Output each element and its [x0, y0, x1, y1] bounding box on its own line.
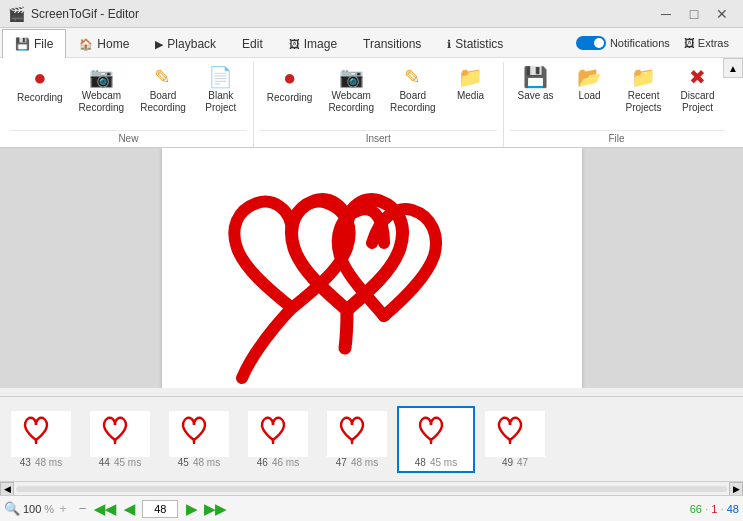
webcam-recording-button[interactable]: 📷 WebcamRecording — [72, 62, 132, 119]
insert-webcam-icon: 📷 — [339, 67, 364, 87]
frame-47-ms: 48 ms — [351, 457, 378, 468]
tab-file[interactable]: 💾 File — [2, 29, 66, 58]
frame-number-input[interactable] — [142, 500, 178, 518]
zoom-percent: % — [44, 503, 54, 515]
filmstrip: 43 48 ms 44 45 ms 45 — [0, 396, 743, 481]
discard-icon: ✖ — [689, 67, 706, 87]
frame-46-info: 46 46 ms — [257, 457, 299, 468]
board-label: BoardRecording — [140, 90, 186, 114]
frame-48-ms: 45 ms — [430, 457, 457, 468]
save-as-button[interactable]: 💾 Save as — [510, 62, 562, 107]
ribbon-group-file-items: 💾 Save as 📂 Load 📁 RecentProjects ✖ Disc… — [510, 62, 724, 128]
frame-44[interactable]: 44 45 ms — [81, 406, 159, 473]
frame-49-thumbnail — [485, 411, 545, 457]
minimize-button[interactable]: ─ — [653, 4, 679, 24]
coordinates-area: 66 · 1 · 48 — [690, 502, 739, 516]
nav-last-button[interactable]: ▶▶ — [204, 499, 226, 519]
recording-button[interactable]: ● Recording — [10, 62, 70, 109]
toggle-switch[interactable] — [576, 36, 606, 50]
blank-label: BlankProject — [205, 90, 236, 114]
board-recording-button[interactable]: ✎ BoardRecording — [133, 62, 193, 119]
frame-47-thumbnail — [327, 411, 387, 457]
load-button[interactable]: 📂 Load — [564, 62, 616, 107]
heart-drawing — [162, 148, 582, 388]
insert-recording-button[interactable]: ● Recording — [260, 62, 320, 109]
frame-48-thumbnail — [406, 411, 466, 457]
frame-49[interactable]: 49 47 — [476, 406, 554, 473]
frame-44-thumbnail — [90, 411, 150, 457]
frame-46-thumbnail — [248, 411, 308, 457]
webcam-label: WebcamRecording — [79, 90, 125, 114]
frame-47-info: 47 48 ms — [336, 457, 378, 468]
frame-43-thumbnail — [11, 411, 71, 457]
filmstrip-scrollbar[interactable]: ◀ ▶ — [0, 481, 743, 495]
frame-43[interactable]: 43 48 ms — [2, 406, 80, 473]
nav-prev-button[interactable]: ◀ — [118, 499, 140, 519]
menu-bar-right: Notifications 🖼 Extras — [576, 28, 743, 57]
tab-edit-label: Edit — [242, 37, 263, 51]
bottom-toolbar: 🔍 100 % + − ◀◀ ◀ ▶ ▶▶ 66 · 1 · 48 — [0, 495, 743, 521]
scroll-right-button[interactable]: ▶ — [729, 482, 743, 496]
tab-playback[interactable]: ▶ Playback — [142, 29, 229, 58]
insert-board-icon: ✎ — [404, 67, 421, 87]
ribbon-group-insert: ● Recording 📷 WebcamRecording ✎ BoardRec… — [254, 62, 504, 147]
info-icon: ℹ — [447, 38, 451, 51]
media-button[interactable]: 📁 Media — [445, 62, 497, 107]
coord-x-value: 66 — [690, 503, 702, 515]
tab-statistics[interactable]: ℹ Statistics — [434, 29, 516, 58]
tab-transitions-label: Transitions — [363, 37, 421, 51]
file-icon: 💾 — [15, 37, 30, 51]
insert-recording-label: Recording — [267, 92, 313, 104]
media-icon: 📁 — [458, 67, 483, 87]
menu-bar: 💾 File 🏠 Home ▶ Playback Edit 🖼 Image Tr… — [0, 28, 743, 58]
frame-48[interactable]: 48 45 ms — [397, 406, 475, 473]
blank-icon: 📄 — [208, 67, 233, 87]
coord-separator-1: · — [705, 502, 708, 516]
notifications-toggle[interactable]: Notifications — [576, 36, 670, 50]
insert-group-label: Insert — [260, 130, 497, 147]
frame-46[interactable]: 46 46 ms — [239, 406, 317, 473]
coord-separator-2: · — [720, 502, 723, 516]
zoom-value: 100 — [23, 503, 41, 515]
frame-45[interactable]: 45 48 ms — [160, 406, 238, 473]
tab-transitions[interactable]: Transitions — [350, 29, 434, 58]
discard-project-button[interactable]: ✖ DiscardProject — [672, 62, 724, 119]
scroll-track[interactable] — [16, 486, 727, 492]
save-as-icon: 💾 — [523, 67, 548, 87]
frame-44-num: 44 — [99, 457, 110, 468]
recent-projects-button[interactable]: 📁 RecentProjects — [618, 62, 670, 119]
tab-playback-label: Playback — [167, 37, 216, 51]
recording-icon: ● — [33, 67, 46, 89]
tab-home[interactable]: 🏠 Home — [66, 29, 142, 58]
frame-47-num: 47 — [336, 457, 347, 468]
tab-image[interactable]: 🖼 Image — [276, 29, 350, 58]
image-icon: 🖼 — [289, 38, 300, 50]
scroll-left-button[interactable]: ◀ — [0, 482, 14, 496]
frame-47[interactable]: 47 48 ms — [318, 406, 396, 473]
frame-49-num: 49 — [502, 457, 513, 468]
ribbon-group-file: 💾 Save as 📂 Load 📁 RecentProjects ✖ Disc… — [504, 62, 730, 147]
insert-webcam-button[interactable]: 📷 WebcamRecording — [321, 62, 381, 119]
insert-board-button[interactable]: ✎ BoardRecording — [383, 62, 443, 119]
frame-43-ms: 48 ms — [35, 457, 62, 468]
save-as-label: Save as — [517, 90, 553, 102]
ribbon-collapse-button[interactable]: ▲ — [723, 58, 743, 78]
zoom-icon: 🔍 — [4, 501, 20, 516]
load-label: Load — [578, 90, 600, 102]
tab-statistics-label: Statistics — [455, 37, 503, 51]
nav-next-button[interactable]: ▶ — [180, 499, 202, 519]
title-bar: 🎬 ScreenToGif - Editor ─ □ ✕ — [0, 0, 743, 28]
insert-webcam-label: WebcamRecording — [328, 90, 374, 114]
blank-project-button[interactable]: 📄 BlankProject — [195, 62, 247, 119]
extras-button[interactable]: 🖼 Extras — [678, 35, 735, 51]
frame-44-ms: 45 ms — [114, 457, 141, 468]
maximize-button[interactable]: □ — [681, 4, 707, 24]
media-label: Media — [457, 90, 484, 102]
app-icon: 🎬 — [8, 6, 25, 22]
nav-first-button[interactable]: ◀◀ — [94, 499, 116, 519]
close-button[interactable]: ✕ — [709, 4, 735, 24]
canvas-area — [162, 148, 582, 388]
recent-icon: 📁 — [631, 67, 656, 87]
tab-edit[interactable]: Edit — [229, 29, 276, 58]
file-group-label: File — [510, 130, 724, 147]
